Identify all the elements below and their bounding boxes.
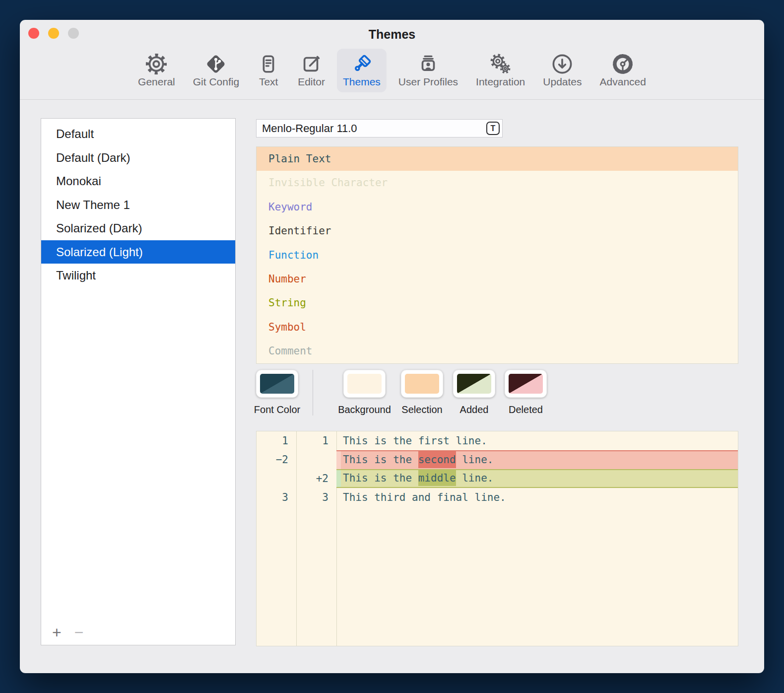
swatch-background: Background — [343, 370, 386, 416]
token-row[interactable]: Plain Text — [257, 147, 738, 171]
new-line-number: 3 — [296, 488, 336, 507]
token-row[interactable]: String — [257, 291, 738, 315]
token-label: Plain Text — [268, 153, 331, 165]
font-picker-button[interactable]: T — [486, 122, 500, 135]
token-row[interactable]: Comment — [257, 339, 738, 363]
token-row[interactable]: Keyword — [257, 195, 738, 219]
token-label: String — [268, 297, 306, 309]
color-well[interactable] — [343, 370, 386, 398]
color-well[interactable] — [505, 370, 547, 398]
toolbar-tab-integration[interactable]: Integration — [470, 49, 531, 92]
theme-list-item[interactable]: Solarized (Light) — [41, 240, 235, 264]
new-line-number: +2 — [296, 469, 336, 488]
diff-text-part: line. — [456, 451, 494, 468]
diff-text-part: This is the — [343, 470, 418, 486]
toolbar-tab-label: Text — [259, 76, 278, 88]
swatch-fill — [405, 374, 439, 394]
token-row[interactable]: Identifier — [257, 219, 738, 243]
user-card-icon — [417, 53, 440, 75]
token-label: Comment — [268, 345, 313, 357]
old-line-number: −2 — [257, 450, 296, 469]
color-well[interactable] — [256, 370, 298, 398]
theme-list-item[interactable]: Monokai — [41, 169, 235, 193]
diff-preview: 11This is the first line.−2This is the s… — [256, 431, 738, 646]
swatch-selection: Selection — [401, 370, 443, 416]
color-well[interactable] — [401, 370, 443, 398]
swatch-divider — [313, 370, 313, 416]
theme-list-item[interactable]: New Theme 1 — [41, 193, 235, 217]
token-row[interactable]: Invisible Character — [257, 171, 738, 195]
token-label: Identifier — [268, 225, 331, 237]
diff-row: −2This is the second line. — [257, 450, 738, 469]
diff-text-part: This is the — [343, 451, 418, 468]
text-document-icon — [257, 53, 280, 75]
swatch-deleted: Deleted — [505, 370, 547, 416]
token-label: Function — [268, 249, 319, 261]
diff-text-part: This third and final line. — [343, 488, 506, 507]
token-row[interactable]: Function — [257, 243, 738, 267]
token-row[interactable]: Symbol — [257, 315, 738, 339]
theme-list-item[interactable]: Solarized (Dark) — [41, 216, 235, 240]
git-diamond-icon — [204, 53, 227, 75]
swatch-fill — [457, 374, 491, 394]
toolbar-tab-git-config[interactable]: Git Config — [187, 49, 245, 92]
theme-list: DefaultDefault (Dark)MonokaiNew Theme 1S… — [41, 118, 236, 645]
diff-line-text: This is the middle line. — [336, 469, 738, 488]
toolbar-tab-text[interactable]: Text — [251, 49, 286, 92]
add-theme-button[interactable]: + — [52, 625, 62, 640]
toolbar-tab-themes[interactable]: Themes — [337, 49, 387, 92]
diff-line-text: This third and final line. — [336, 488, 738, 507]
paint-brush-icon — [350, 53, 373, 75]
window-title: Themes — [20, 27, 764, 42]
new-line-number — [296, 450, 336, 469]
swatch-label: Selection — [401, 404, 442, 416]
toolbar-tab-general[interactable]: General — [132, 49, 181, 92]
diff-row: 11This is the first line. — [257, 431, 738, 450]
theme-token-preview: Plain TextInvisible CharacterKeywordIden… — [256, 146, 738, 364]
preferences-toolbar: General Git Config Text — [20, 49, 764, 99]
download-circle-icon — [551, 53, 574, 75]
gear-icon — [145, 53, 168, 75]
color-well[interactable] — [453, 370, 495, 398]
token-label: Keyword — [268, 201, 313, 213]
theme-list-item[interactable]: Default (Dark) — [41, 146, 235, 170]
toolbar-tab-label: User Profiles — [398, 76, 458, 88]
toolbar-tab-editor[interactable]: Editor — [292, 49, 331, 92]
toolbar-tab-user-profiles[interactable]: User Profiles — [392, 49, 464, 92]
diff-row: +2This is the middle line. — [257, 469, 738, 488]
token-list: Plain TextInvisible CharacterKeywordIden… — [257, 147, 738, 363]
preferences-window: Themes General Git Config — [20, 20, 764, 673]
word-diff-highlight: second — [418, 451, 456, 468]
font-field[interactable]: Menlo-Regular 11.0 T — [256, 119, 503, 138]
toolbar-tab-label: Git Config — [193, 76, 239, 88]
theme-list-footer: + − — [52, 625, 83, 640]
font-name-value: Menlo-Regular 11.0 — [257, 122, 486, 135]
swatch-fill — [260, 374, 294, 394]
old-line-number: 3 — [257, 488, 296, 507]
gears-icon — [489, 53, 512, 75]
titlebar: Themes — [20, 20, 764, 49]
toolbar-divider — [20, 99, 764, 100]
color-swatch-row: Font ColorBackgroundSelectionAddedDelete… — [256, 370, 547, 416]
token-label: Symbol — [268, 321, 306, 333]
old-line-number: 1 — [257, 431, 296, 450]
toolbar-tab-advanced[interactable]: Advanced — [594, 49, 652, 92]
token-label: Number — [268, 273, 306, 285]
diff-line-text: This is the second line. — [336, 450, 738, 469]
toolbar-tab-updates[interactable]: Updates — [537, 49, 588, 92]
theme-list-item[interactable]: Default — [41, 122, 235, 146]
word-diff-highlight: middle — [418, 470, 456, 486]
toolbar-tab-label: Editor — [298, 76, 325, 88]
new-line-number: 1 — [296, 431, 336, 450]
swatch-label: Font Color — [254, 404, 300, 416]
advanced-gear-icon — [611, 53, 634, 75]
diff-text-part: line. — [456, 470, 494, 486]
diff-text-part: This is the first line. — [343, 431, 487, 450]
swatch-font-color: Font Color — [256, 370, 298, 416]
token-row[interactable]: Number — [257, 267, 738, 291]
swatch-fill — [509, 374, 543, 394]
theme-list-item[interactable]: Twilight — [41, 264, 235, 287]
swatch-fill — [347, 374, 382, 394]
toolbar-tab-label: Advanced — [600, 76, 646, 88]
remove-theme-button[interactable]: − — [74, 625, 84, 640]
